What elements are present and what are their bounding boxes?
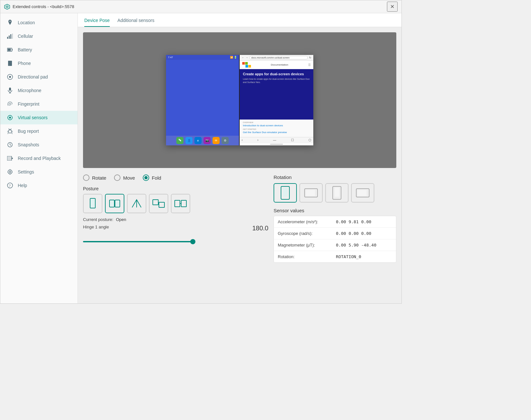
sidebar-item-settings[interactable]: Settings xyxy=(0,165,78,179)
svg-point-19 xyxy=(12,158,13,159)
posture-tabletop-btn[interactable] xyxy=(149,194,168,213)
main-area: Device Pose Additional sensors 7:47 📶 🔋 xyxy=(78,13,401,303)
hinge-row: Hinge 1 angle 180.0 xyxy=(83,225,268,229)
svg-point-14 xyxy=(9,117,11,119)
ms-getstarted-link: Get the Surface Duo emulator preview xyxy=(243,131,310,134)
svg-rect-5 xyxy=(12,34,13,39)
ms-getstarted-section: GET STARTED Get the Surface Duo emulator… xyxy=(243,128,310,134)
svg-rect-11 xyxy=(9,88,11,91)
current-posture-row: Current posture: Open xyxy=(83,217,268,222)
sidebar-item-fingerprint[interactable]: Fingerprint xyxy=(0,97,78,111)
svg-rect-24 xyxy=(91,199,95,207)
fold-option[interactable]: Fold xyxy=(143,174,161,181)
status-bar-left: 7:47 📶 🔋 xyxy=(166,55,239,60)
svg-rect-28 xyxy=(116,201,119,206)
rotation-landscape-flip-btn[interactable] xyxy=(351,183,374,203)
window-title: Extended controls - <build>:5578 xyxy=(13,4,74,9)
move-option[interactable]: Move xyxy=(114,174,135,181)
sidebar-item-microphone[interactable]: Microphone xyxy=(0,84,78,97)
ms-subtitle: Learn how to create apps for dual-screen… xyxy=(243,78,310,84)
location-icon xyxy=(7,19,13,26)
svg-rect-33 xyxy=(181,200,186,207)
sidebar-item-battery[interactable]: Battery xyxy=(0,43,78,57)
rotation-portrait-flip-btn[interactable] xyxy=(325,183,349,203)
fold-label: Fold xyxy=(152,175,161,181)
fold-radio[interactable] xyxy=(143,174,149,181)
sidebar-item-virtual-sensors[interactable]: Virtual sensors xyxy=(0,111,78,124)
current-posture-value: Open xyxy=(116,217,126,222)
battery-icon xyxy=(7,47,13,53)
sidebar-item-cellular[interactable]: Cellular xyxy=(0,29,78,43)
sidebar-label-virtual-sensors: Virtual sensors xyxy=(18,115,47,120)
record-icon xyxy=(7,155,13,162)
phone-icon xyxy=(7,60,13,67)
slider-track[interactable] xyxy=(83,241,193,242)
rotate-label: Rotate xyxy=(92,175,106,181)
sidebar-label-cellular: Cellular xyxy=(18,34,33,39)
sidebar-item-help[interactable]: ? Help xyxy=(0,179,78,192)
posture-tent-btn[interactable] xyxy=(127,194,146,213)
sidebar-label-phone: Phone xyxy=(18,61,31,66)
posture-flat-btn[interactable] xyxy=(171,194,190,213)
settings-icon xyxy=(7,169,13,175)
close-button[interactable]: ✕ xyxy=(387,2,398,12)
posture-closed-btn[interactable] xyxy=(83,194,102,213)
home-indicator xyxy=(270,144,283,145)
ms-getstarted-label: GET STARTED xyxy=(243,128,310,130)
sidebar-label-dpad: Directional pad xyxy=(18,74,48,79)
sidebar-item-directional-pad[interactable]: Directional pad xyxy=(0,70,78,84)
sidebar-item-bug-report[interactable]: Bug report xyxy=(0,124,78,138)
sensor-table: Accelerometer (m/s²): 0.00 9.81 0.00 Gyr… xyxy=(274,216,396,263)
svg-rect-30 xyxy=(153,200,158,205)
titlebar-left: Extended controls - <build>:5578 xyxy=(4,4,74,10)
sidebar-item-record-playback[interactable]: Record and Playback xyxy=(0,152,78,165)
hinge-label: Hinge 1 angle xyxy=(83,225,109,229)
posture-open-btn[interactable] xyxy=(105,194,124,213)
tab-device-pose[interactable]: Device Pose xyxy=(84,13,110,27)
controls-area: Rotate Move Fold Posture xyxy=(83,172,396,265)
ms-doc-label: Documentation xyxy=(271,63,288,66)
gyroscope-label: Gyroscope (rad/s): xyxy=(278,231,336,236)
magnetometer-value: 0.00 5.90 -48.40 xyxy=(336,243,392,247)
sidebar-item-location[interactable]: Location xyxy=(0,16,78,29)
posture-label: Posture xyxy=(83,186,268,191)
rotate-option[interactable]: Rotate xyxy=(83,174,106,181)
svg-rect-18 xyxy=(7,156,11,160)
ms-links: OVERVIEW Introduction to dual-screen dev… xyxy=(240,120,313,137)
sidebar-item-snapshots[interactable]: Snapshots xyxy=(0,138,78,152)
move-label: Move xyxy=(123,175,135,181)
svg-rect-7 xyxy=(12,49,13,50)
slider-fill xyxy=(83,241,193,242)
tab-additional-sensors[interactable]: Additional sensors xyxy=(118,13,154,27)
help-icon: ? xyxy=(7,182,13,189)
svg-rect-36 xyxy=(283,188,287,197)
ms-overview-label: OVERVIEW xyxy=(243,121,310,123)
ms-overview-section: OVERVIEW Introduction to dual-screen dev… xyxy=(243,121,310,127)
ms-overview-link: Introduction to dual-screen devices xyxy=(243,124,310,127)
home-bar xyxy=(240,143,313,145)
dock-icon-camera: 📷 xyxy=(203,137,211,144)
svg-point-20 xyxy=(9,171,11,173)
move-radio[interactable] xyxy=(114,174,120,181)
sidebar: Location Cellular Battery xyxy=(0,13,78,303)
sidebar-item-phone[interactable]: Phone xyxy=(0,57,78,70)
svg-rect-31 xyxy=(159,202,164,207)
svg-rect-38 xyxy=(306,190,315,196)
svg-rect-4 xyxy=(10,34,11,39)
accelerometer-label: Accelerometer (m/s²): xyxy=(278,219,336,224)
slider-thumb[interactable] xyxy=(190,239,195,244)
rotation-portrait-btn[interactable] xyxy=(274,183,297,203)
sidebar-label-fingerprint: Fingerprint xyxy=(18,101,39,107)
sidebar-label-microphone: Microphone xyxy=(18,88,41,93)
rotate-radio[interactable] xyxy=(83,174,89,181)
ms-content: Create apps for dual-screen devices Lear… xyxy=(240,69,313,120)
browser-url: docs.microsoft.com/en-us/dual-screen xyxy=(249,56,308,59)
rotation-landscape-btn[interactable] xyxy=(299,183,323,203)
gyroscope-value: 0.00 0.00 0.00 xyxy=(336,231,392,236)
sensor-row-accelerometer: Accelerometer (m/s²): 0.00 9.81 0.00 xyxy=(274,216,396,228)
snapshots-icon xyxy=(7,142,13,148)
posture-icons xyxy=(83,194,268,213)
accelerometer-value: 0.00 9.81 0.00 xyxy=(336,219,392,224)
screen-dock: 👤 e 📷 ✉ xyxy=(166,136,239,145)
sensor-row-magnetometer: Magnetometer (μT): 0.00 5.90 -48.40 xyxy=(274,239,396,251)
